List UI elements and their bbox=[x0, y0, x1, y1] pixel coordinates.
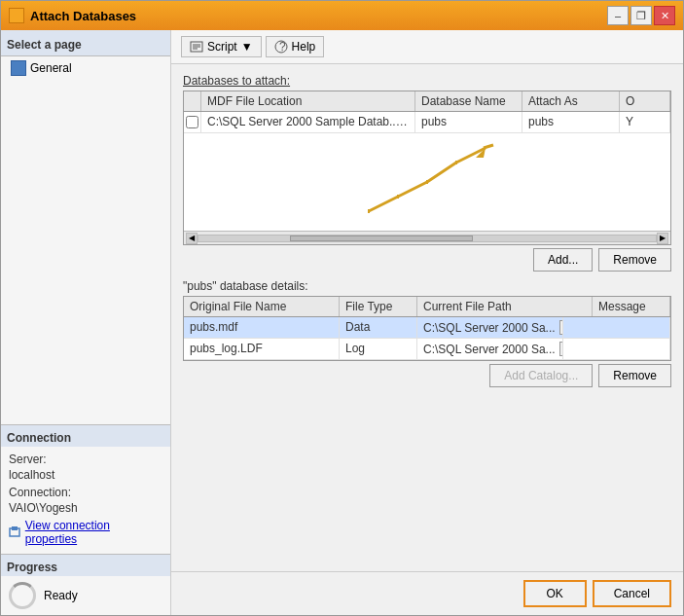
help-button[interactable]: ? Help bbox=[266, 36, 325, 57]
details-message-2 bbox=[563, 339, 670, 359]
sidebar-item-general[interactable]: General bbox=[1, 56, 170, 80]
server-value: localhost bbox=[9, 468, 162, 482]
horizontal-scrollbar[interactable]: ◀ ▶ bbox=[184, 231, 670, 244]
table-row[interactable]: C:\SQL Server 2000 Sample Datab... ... p… bbox=[184, 112, 670, 133]
add-button[interactable]: Add... bbox=[533, 248, 593, 272]
details-table-container: Original File Name File Type Current Fil… bbox=[183, 296, 671, 361]
svg-text:?: ? bbox=[279, 40, 286, 54]
database-icon bbox=[9, 8, 24, 23]
details-file-path-2: C:\SQL Server 2000 Sa... ... bbox=[417, 339, 563, 359]
th-checkbox bbox=[184, 91, 201, 111]
scroll-track[interactable] bbox=[198, 235, 657, 242]
details-message-1 bbox=[563, 317, 670, 338]
details-file-type-2: Log bbox=[340, 339, 417, 359]
select-page-section: Select a page bbox=[1, 30, 170, 56]
progress-header: Progress bbox=[1, 555, 170, 576]
th-attach-as: Attach As bbox=[522, 91, 620, 111]
th-original-file-name: Original File Name bbox=[184, 297, 340, 316]
th-col5: O bbox=[620, 91, 670, 111]
main-content: Script ▼ ? Help Databases to attach: bbox=[171, 30, 683, 615]
select-page-label: Select a page bbox=[7, 38, 82, 52]
toolbar: Script ▼ ? Help bbox=[171, 30, 683, 64]
details-row-1[interactable]: pubs.mdf Data C:\SQL Server 2000 Sa... .… bbox=[184, 317, 670, 339]
scroll-left-button[interactable]: ◀ bbox=[186, 233, 198, 244]
catalog-buttons: Add Catalog... Remove bbox=[183, 364, 671, 387]
details-file-type-1: Data bbox=[340, 317, 417, 338]
details-row-2[interactable]: pubs_log.LDF Log C:\SQL Server 2000 Sa..… bbox=[184, 339, 670, 360]
script-dropdown-arrow: ▼ bbox=[241, 40, 253, 54]
progress-content: Ready bbox=[1, 576, 170, 615]
connection-user-label: Connection: bbox=[9, 486, 162, 499]
th-message: Message bbox=[593, 297, 670, 316]
progress-spinner bbox=[9, 582, 36, 609]
view-connection-link[interactable]: View connection properties bbox=[9, 519, 162, 546]
minimize-button[interactable]: – bbox=[607, 6, 629, 25]
script-icon bbox=[190, 40, 203, 54]
trend-chart bbox=[349, 143, 505, 221]
script-button[interactable]: Script ▼ bbox=[181, 36, 262, 57]
databases-table-container: MDF File Location Database Name Attach A… bbox=[183, 91, 671, 245]
bottom-buttons: OK Cancel bbox=[171, 571, 683, 615]
row-mdf-location: C:\SQL Server 2000 Sample Datab... ... bbox=[201, 112, 415, 132]
svg-line-13 bbox=[484, 145, 493, 148]
scroll-thumb[interactable] bbox=[290, 236, 473, 241]
script-label: Script bbox=[207, 40, 237, 54]
connection-user-value: VAIO\Yogesh bbox=[9, 501, 162, 515]
details-file-path-1: C:\SQL Server 2000 Sa... ... bbox=[417, 317, 563, 338]
connection-header: Connection bbox=[1, 425, 170, 447]
content-area: Databases to attach: MDF File Location D… bbox=[171, 64, 683, 571]
title-bar-controls: – ❐ ✕ bbox=[607, 6, 675, 25]
progress-section: Progress Ready bbox=[1, 554, 170, 615]
close-button[interactable]: ✕ bbox=[654, 6, 675, 25]
window-title: Attach Databases bbox=[30, 9, 136, 23]
server-label: Server: bbox=[9, 453, 162, 466]
ok-button[interactable]: OK bbox=[523, 580, 587, 607]
ready-label: Ready bbox=[44, 589, 78, 602]
th-mdf-location: MDF File Location bbox=[201, 91, 415, 111]
connection-properties-icon bbox=[9, 525, 22, 539]
details-file-name-2: pubs_log.LDF bbox=[184, 339, 340, 359]
restore-button[interactable]: ❐ bbox=[630, 6, 652, 25]
window-body: Select a page General Connection Server:… bbox=[1, 30, 683, 615]
details-table-header: Original File Name File Type Current Fil… bbox=[184, 297, 670, 317]
scroll-right-button[interactable]: ▶ bbox=[657, 233, 668, 244]
sidebar: Select a page General Connection Server:… bbox=[1, 30, 171, 615]
cancel-button[interactable]: Cancel bbox=[593, 580, 671, 607]
help-label: Help bbox=[292, 40, 316, 54]
add-remove-buttons: Add... Remove bbox=[183, 248, 671, 272]
chart-area bbox=[184, 133, 670, 231]
row-database-name: pubs bbox=[415, 112, 522, 132]
general-icon bbox=[11, 60, 26, 76]
connection-content: Server: localhost Connection: VAIO\Yoges… bbox=[1, 447, 170, 554]
remove-button[interactable]: Remove bbox=[598, 248, 671, 272]
row-attach-as: pubs bbox=[522, 112, 620, 132]
svg-rect-1 bbox=[12, 526, 18, 530]
title-bar: Attach Databases – ❐ ✕ bbox=[1, 1, 683, 30]
th-current-file-path: Current File Path bbox=[417, 297, 593, 316]
title-bar-left: Attach Databases bbox=[9, 8, 136, 23]
row-checkbox-input[interactable] bbox=[186, 116, 198, 128]
databases-to-attach-section: Databases to attach: MDF File Location D… bbox=[183, 74, 671, 272]
row-checkbox[interactable] bbox=[184, 112, 201, 132]
connection-section: Connection Server: localhost Connection:… bbox=[1, 424, 170, 554]
add-catalog-button[interactable]: Add Catalog... bbox=[489, 364, 593, 387]
details-section: "pubs" database details: Original File N… bbox=[183, 279, 671, 387]
th-file-type: File Type bbox=[340, 297, 417, 316]
databases-label: Databases to attach: bbox=[183, 74, 671, 88]
th-database-name: Database Name bbox=[415, 91, 522, 111]
general-label: General bbox=[30, 61, 72, 75]
databases-table-header: MDF File Location Database Name Attach A… bbox=[184, 91, 670, 112]
row-col5: Y bbox=[620, 112, 670, 132]
remove-catalog-button[interactable]: Remove bbox=[598, 364, 671, 387]
main-window: Attach Databases – ❐ ✕ Select a page Gen… bbox=[0, 0, 684, 616]
help-icon: ? bbox=[274, 40, 288, 54]
browse-mdf-button[interactable]: ... bbox=[402, 115, 415, 129]
details-label: "pubs" database details: bbox=[183, 279, 671, 293]
details-file-name-1: pubs.mdf bbox=[184, 317, 340, 338]
